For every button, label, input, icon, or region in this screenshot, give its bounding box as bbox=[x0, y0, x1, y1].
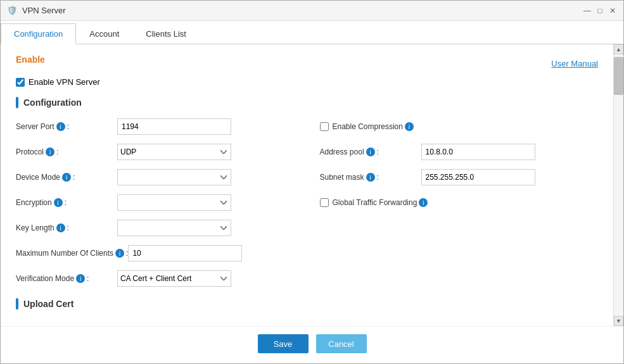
key-length-row: Key Length i: 1024 2048 bbox=[16, 218, 295, 237]
protocol-info-icon[interactable]: i bbox=[46, 147, 54, 156]
max-clients-input[interactable] bbox=[128, 245, 242, 261]
tab-account[interactable]: Account bbox=[76, 23, 132, 44]
encryption-row: Encryption i: AES-128-CBC AES-256-CBC Bl… bbox=[16, 193, 295, 212]
vpn-server-window: 🛡️ VPN Server — □ ✕ Configuration Accoun… bbox=[0, 0, 624, 364]
key-length-label: Key Length i: bbox=[16, 223, 117, 232]
server-port-info-icon[interactable]: i bbox=[56, 122, 65, 131]
global-traffic-checkbox[interactable] bbox=[320, 198, 329, 207]
subnet-mask-label: Subnet mask i: bbox=[320, 173, 421, 182]
global-traffic-row: Global Traffic Forwarding i bbox=[320, 193, 599, 212]
cancel-button[interactable]: Cancel bbox=[316, 334, 367, 353]
verification-mode-select[interactable]: CA Cert + Client Cert CA Cert Only bbox=[117, 270, 231, 287]
protocol-select[interactable]: UDP TCP bbox=[117, 144, 231, 160]
configuration-section-title: Configuration bbox=[23, 97, 82, 108]
enable-compression-label: Enable Compression i bbox=[333, 122, 414, 131]
enable-compression-checkbox-row: Enable Compression i bbox=[320, 122, 414, 131]
left-column: Server Port i: Protocol i: UDP bbox=[16, 117, 295, 288]
title-bar-left: 🛡️ VPN Server bbox=[7, 6, 66, 16]
scrollbar-down-arrow[interactable]: ▼ bbox=[614, 316, 623, 326]
encryption-label: Encryption i: bbox=[16, 198, 117, 207]
key-length-info-icon[interactable]: i bbox=[56, 223, 65, 232]
enable-vpn-label: Enable VPN Server bbox=[29, 77, 100, 87]
scrollbar-up-arrow[interactable]: ▲ bbox=[614, 44, 623, 54]
subnet-mask-input[interactable] bbox=[421, 169, 535, 185]
footer: Save Cancel bbox=[1, 326, 623, 363]
address-pool-row: Address pool i: bbox=[320, 142, 599, 161]
scrollbar-thumb[interactable] bbox=[614, 57, 623, 95]
subnet-mask-info-icon[interactable]: i bbox=[366, 173, 375, 182]
enable-compression-info-icon[interactable]: i bbox=[405, 122, 414, 131]
main-content: Enable User Manual Enable VPN Server Con… bbox=[1, 44, 613, 326]
global-traffic-checkbox-row: Global Traffic Forwarding i bbox=[320, 198, 428, 207]
enable-header-row: Enable User Manual bbox=[16, 54, 598, 72]
address-pool-input[interactable] bbox=[421, 144, 535, 160]
title-bar-controls: — □ ✕ bbox=[583, 6, 617, 15]
enable-title: Enable bbox=[16, 54, 45, 65]
upload-cert-title: Upload Cert bbox=[23, 299, 73, 309]
upload-cert-bar bbox=[16, 298, 18, 310]
form-grid: Server Port i: Protocol i: UDP bbox=[16, 117, 598, 288]
encryption-info-icon[interactable]: i bbox=[54, 198, 63, 207]
enable-vpn-row: Enable VPN Server bbox=[16, 77, 598, 87]
server-port-label: Server Port i: bbox=[16, 122, 117, 131]
max-clients-row: Maximum Number Of Clients i: bbox=[16, 244, 295, 263]
section-bar bbox=[16, 97, 18, 108]
protocol-label: Protocol i: bbox=[16, 147, 117, 156]
vpn-icon: 🛡️ bbox=[7, 6, 17, 16]
upload-cert-header: Upload Cert bbox=[16, 298, 598, 310]
close-button[interactable]: ✕ bbox=[608, 6, 617, 15]
global-traffic-label: Global Traffic Forwarding i bbox=[333, 198, 428, 207]
server-port-input[interactable] bbox=[117, 118, 231, 135]
content-area: Enable User Manual Enable VPN Server Con… bbox=[1, 44, 623, 326]
scrollbar-track: ▲ ▼ bbox=[613, 44, 623, 326]
verification-mode-info-icon[interactable]: i bbox=[76, 274, 85, 283]
enable-compression-row: Enable Compression i bbox=[320, 117, 599, 136]
address-pool-label: Address pool i: bbox=[320, 147, 421, 156]
restore-button[interactable]: □ bbox=[595, 6, 604, 15]
device-mode-info-icon[interactable]: i bbox=[62, 173, 71, 182]
save-button[interactable]: Save bbox=[258, 334, 309, 353]
enable-vpn-checkbox[interactable] bbox=[16, 78, 25, 87]
minimize-button[interactable]: — bbox=[583, 6, 592, 15]
verification-mode-label: Verification Mode i: bbox=[16, 274, 117, 283]
device-mode-row: Device Mode i: TUN TAP bbox=[16, 168, 295, 187]
configuration-section-header: Configuration bbox=[16, 97, 598, 108]
subnet-mask-row: Subnet mask i: bbox=[320, 168, 599, 187]
max-clients-label: Maximum Number Of Clients i: bbox=[16, 249, 128, 258]
address-pool-info-icon[interactable]: i bbox=[366, 147, 375, 156]
key-length-select[interactable]: 1024 2048 bbox=[117, 220, 231, 236]
max-clients-info-icon[interactable]: i bbox=[115, 249, 124, 258]
tabs-bar: Configuration Account Clients List bbox=[1, 21, 623, 44]
user-manual-link[interactable]: User Manual bbox=[551, 59, 598, 68]
tab-configuration[interactable]: Configuration bbox=[1, 23, 76, 44]
device-mode-select[interactable]: TUN TAP bbox=[117, 169, 231, 185]
encryption-select[interactable]: AES-128-CBC AES-256-CBC Blowfish-128 bbox=[117, 194, 231, 211]
title-bar-title: VPN Server bbox=[22, 6, 66, 15]
device-mode-label: Device Mode i: bbox=[16, 173, 117, 182]
right-column: Enable Compression i Address pool i: bbox=[320, 117, 599, 288]
global-traffic-info-icon[interactable]: i bbox=[419, 198, 428, 207]
title-bar: 🛡️ VPN Server — □ ✕ bbox=[1, 1, 623, 21]
protocol-row: Protocol i: UDP TCP bbox=[16, 142, 295, 161]
tab-clients-list[interactable]: Clients List bbox=[132, 23, 200, 44]
verification-mode-row: Verification Mode i: CA Cert + Client Ce… bbox=[16, 269, 295, 288]
enable-compression-checkbox[interactable] bbox=[320, 122, 329, 131]
upload-cert-section: Upload Cert bbox=[16, 298, 598, 310]
server-port-row: Server Port i: bbox=[16, 117, 295, 136]
